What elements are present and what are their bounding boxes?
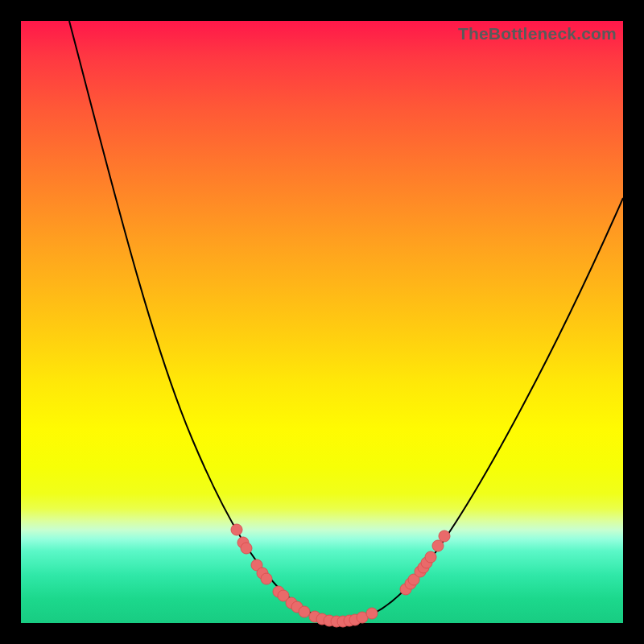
data-point [241,543,252,554]
plot-area: TheBottleneck.com [21,21,623,623]
chart-container: TheBottleneck.com [0,0,644,644]
chart-svg [21,21,623,623]
data-point [299,606,310,617]
data-point [439,530,450,542]
data-point [366,608,378,619]
scatter-group [231,524,450,627]
data-point [261,573,272,584]
data-point [425,551,436,563]
bottleneck-curve [69,21,623,621]
data-point [231,524,242,535]
data-point [432,540,444,551]
